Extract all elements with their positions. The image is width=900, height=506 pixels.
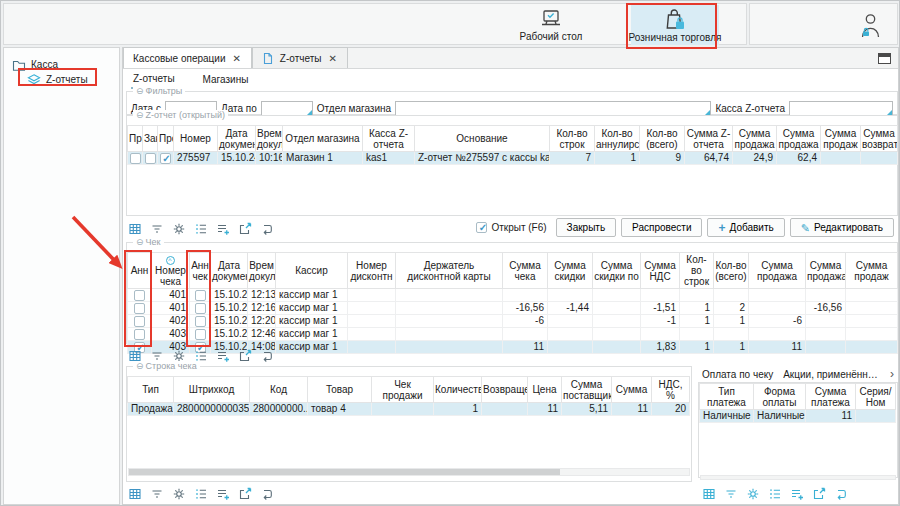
tab-zreports[interactable]: Z-отчеты ✕: [252, 47, 348, 68]
collapse-icon[interactable]: ⊖: [136, 237, 144, 247]
columns-icon[interactable]: [128, 222, 142, 236]
sidebar-item-kassa[interactable]: Касса: [4, 57, 119, 72]
section-title: Чек: [146, 237, 161, 247]
zreport-section: ⊖Z-отчет (открытый) ПроЗакПроНомерДата д…: [126, 115, 898, 216]
subtab-stores[interactable]: Магазины: [201, 72, 251, 88]
close-button[interactable]: Закрыть: [556, 218, 617, 237]
settings-icon[interactable]: [172, 487, 186, 501]
tab-payment[interactable]: Оплата по чеку: [702, 369, 773, 380]
retail-button[interactable]: Розничная торговля: [631, 5, 719, 45]
refresh-icon[interactable]: [260, 487, 274, 501]
checkbox[interactable]: [476, 222, 487, 233]
retail-label: Розничная торговля: [629, 32, 722, 43]
numbered-list-icon[interactable]: [194, 487, 208, 501]
annul-check-checkbox[interactable]: [195, 316, 206, 327]
checkbox[interactable]: [145, 153, 156, 164]
collapse-icon[interactable]: ⊖: [136, 110, 144, 120]
payment-header-row: Тип платежаФорма оплатыСумма платежаСери…: [700, 384, 896, 410]
settings-icon[interactable]: [172, 222, 186, 236]
payment-row[interactable]: НаличныеНаличные11: [700, 410, 896, 423]
edit-button[interactable]: ✎Редактировать: [790, 218, 894, 237]
annul-checkbox[interactable]: [134, 290, 145, 301]
zreport-header-row: ПроЗакПроНомерДата докуменВрем докулОтде…: [128, 126, 898, 152]
unpost-button[interactable]: Распровести: [621, 218, 702, 237]
add-button[interactable]: +Добавить: [707, 218, 784, 237]
cash-register-field-wrap: [789, 101, 893, 116]
date-to-field-wrap: [261, 101, 313, 116]
open-window-icon[interactable]: [812, 487, 826, 501]
annul-checkbox[interactable]: [134, 316, 145, 327]
document-icon: [262, 52, 274, 65]
annul-checkbox[interactable]: [134, 329, 145, 340]
annul-checkbox[interactable]: [134, 303, 145, 314]
tab-cash-operations[interactable]: Кассовые операции ✕: [123, 47, 252, 68]
section-title: Строка чека: [146, 361, 197, 371]
checkbox[interactable]: [160, 153, 171, 164]
sort-ascending-icon[interactable]: ^: [166, 256, 175, 265]
refresh-icon[interactable]: [834, 487, 848, 501]
open-checkbox[interactable]: Открыт (F6): [476, 222, 546, 233]
sidebar: Касса Z-отчеты: [3, 47, 120, 505]
filter-icon[interactable]: [150, 222, 164, 236]
refresh-icon[interactable]: [260, 349, 274, 363]
desktop-label: Рабочий стол: [520, 31, 583, 42]
horizontal-scrollbar[interactable]: [700, 475, 896, 480]
layers-icon: [27, 73, 41, 87]
desktop-icon: [538, 9, 564, 31]
tab-label: Кассовые операции: [133, 53, 225, 64]
add-row-icon[interactable]: [216, 222, 230, 236]
app-window: Рабочий стол Розничная торговля Касса: [0, 0, 900, 506]
receipt-line-header-row: ТипШтрихкодКодТоварЧек продажиКоличество…: [128, 377, 690, 403]
receipt-row[interactable]: 402 15.10.2412:20кассир маг 1 -6-111-6: [128, 315, 898, 328]
receipt-line-row[interactable]: Продажа2800000000035280000000...товар 4 …: [128, 403, 690, 416]
sidebar-item-label: Касса: [31, 59, 58, 70]
payment-toolbar: [702, 485, 848, 503]
store-dept-field-wrap: [395, 101, 711, 116]
sidebar-item-zreports[interactable]: Z-отчеты: [4, 72, 119, 87]
checkbox[interactable]: [130, 153, 141, 164]
zreport-row[interactable]: 27559715.10.2410:16Магазин 1kas1Z-отчет …: [128, 152, 898, 165]
restore-window-icon[interactable]: [878, 53, 891, 64]
annul-check-checkbox[interactable]: [195, 329, 206, 340]
numbered-list-icon[interactable]: [194, 222, 208, 236]
cash-register-input[interactable]: [789, 101, 893, 116]
sidebar-item-label: Z-отчеты: [46, 74, 88, 85]
add-row-icon[interactable]: [790, 487, 804, 501]
receipt-row[interactable]: 401 15.10.2412:16кассир маг 1 -16,56-1,4…: [128, 302, 898, 315]
horizontal-scrollbar[interactable]: [128, 468, 690, 476]
lock-icon: [863, 32, 869, 37]
zreport-actions: Открыт (F6) Закрыть Распровести +Добавит…: [476, 218, 894, 237]
date-to-input[interactable]: [261, 101, 313, 116]
receipt-row[interactable]: 403 15.10.2412:46кассир маг 1: [128, 328, 898, 341]
open-window-icon[interactable]: [238, 349, 252, 363]
close-tab-icon[interactable]: ✕: [231, 53, 241, 64]
subtab-bar: Z-отчеты Магазины: [123, 69, 898, 90]
tab-promotions[interactable]: Акции, применённые для ст...: [783, 369, 880, 380]
filter-icon[interactable]: [724, 487, 738, 501]
open-window-icon[interactable]: [238, 222, 252, 236]
columns-icon[interactable]: [128, 487, 142, 501]
close-tab-icon[interactable]: ✕: [327, 53, 337, 64]
scrollbar-thumb[interactable]: [129, 469, 560, 475]
user-icon[interactable]: [859, 12, 881, 39]
folder-icon: [12, 58, 26, 72]
add-row-icon[interactable]: [216, 487, 230, 501]
store-dept-input[interactable]: [395, 101, 711, 116]
open-window-icon[interactable]: [238, 487, 252, 501]
numbered-list-icon[interactable]: [768, 487, 782, 501]
collapse-icon[interactable]: ⊖: [136, 361, 144, 371]
collapse-icon[interactable]: ⊖: [136, 86, 144, 96]
settings-icon[interactable]: [746, 487, 760, 501]
annul-check-checkbox[interactable]: [195, 303, 206, 314]
filter-icon[interactable]: [150, 487, 164, 501]
receipt-row[interactable]: 401 15.10.2412:13кассир маг 1: [128, 289, 898, 302]
add-row-icon[interactable]: [216, 349, 230, 363]
columns-icon[interactable]: [702, 487, 716, 501]
desktop-button[interactable]: Рабочий стол: [507, 5, 595, 45]
refresh-icon[interactable]: [260, 222, 274, 236]
annul-check-checkbox[interactable]: [195, 290, 206, 301]
receipt-header-row: Анн ^Номер чека Анн чекДата докуменВрем …: [128, 253, 898, 289]
tabs-scroll-right-icon[interactable]: ›: [890, 369, 894, 379]
retail-icon: [662, 7, 688, 32]
receipt-section: ⊖Чек Анн ^Номер чека Анн чекДата докумен…: [126, 242, 898, 344]
